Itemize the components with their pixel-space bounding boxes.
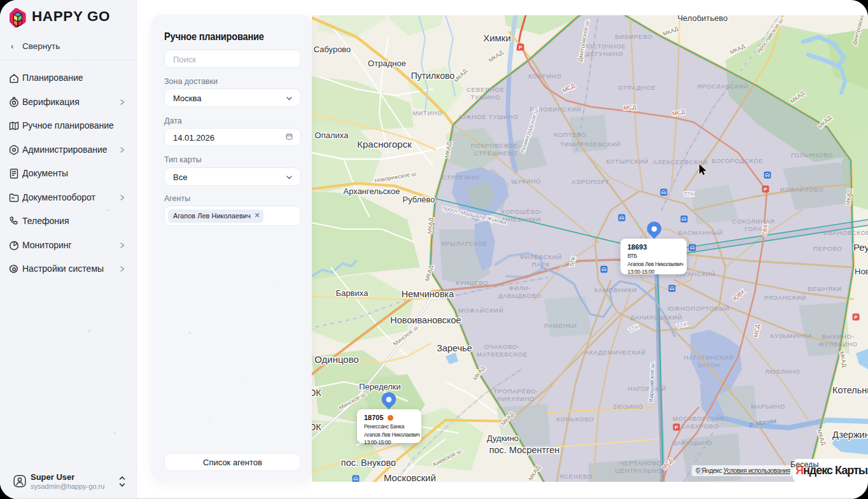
svg-text:Заречье: Заречье	[437, 343, 472, 353]
svg-text:НИКУЛИНО: НИКУЛИНО	[497, 395, 535, 402]
svg-text:ЩУКИНО: ЩУКИНО	[512, 178, 542, 185]
svg-text:Архангельское: Архангельское	[344, 186, 400, 196]
svg-text:МАРЬИНО: МАРЬИНО	[751, 403, 785, 410]
svg-text:Красногорск: Красногорск	[357, 139, 412, 150]
svg-text:ЯСЕНЕВО: ЯСЕНЕВО	[559, 473, 593, 480]
svg-text:ЗЮЗИНО: ЗЮЗИНО	[613, 403, 643, 410]
svg-text:ГОЛЬЯНОВО: ГОЛЬЯНОВО	[791, 151, 833, 158]
svg-text:ЮЖНОПОРТОВЫЙ: ЮЖНОПОРТОВЫЙ	[668, 305, 729, 312]
svg-text:МНЁВНИКИ: МНЁВНИКИ	[503, 216, 541, 223]
svg-text:Барвиха: Барвиха	[336, 288, 369, 298]
svg-text:СТРОГИНО: СТРОГИНО	[442, 174, 479, 181]
svg-text:ОК: ОК	[312, 388, 321, 398]
svg-text:пос. Внуково: пос. Внуково	[341, 458, 396, 468]
svg-text:НАГАТИНСКИЙ: НАГАТИНСКИЙ	[684, 354, 734, 361]
svg-text:МОЖАЙСКИЙ: МОЖАЙСКИЙ	[459, 307, 504, 314]
svg-text:МИТИНО: МИТИНО	[413, 109, 443, 116]
svg-text:НАГОРНЫЙ: НАГОРНЫЙ	[628, 385, 667, 392]
svg-text:ВОСТОЧНОЕ: ВОСТОЧНОЕ	[583, 43, 626, 50]
svg-text:Опалиха: Опалиха	[315, 130, 349, 140]
svg-text:ЦЕНТРАЛЬНОЕ: ЦЕНТРАЛЬНОЕ	[615, 467, 667, 474]
svg-text:ЖУЛЕБИНО: ЖУЛЕБИНО	[818, 341, 858, 348]
svg-text:ТРОПАРЁВО-: ТРОПАРЁВО-	[494, 388, 538, 395]
svg-text:РЯЗАНСКИЙ: РЯЗАНСКИЙ	[764, 294, 806, 301]
svg-text:РАМЕНКИ: РАМЕНКИ	[544, 322, 577, 329]
svg-text:Новоивановское: Новоивановское	[390, 315, 461, 325]
svg-text:ПЕРОВО: ПЕРОВО	[813, 245, 842, 252]
svg-text:ИЗМАЙЛОВО: ИЗМАЙЛОВО	[780, 186, 823, 193]
svg-text:Химки: Химки	[483, 32, 511, 43]
svg-text:Челобитьево: Челобитьево	[677, 15, 727, 23]
svg-text:Р: Р	[519, 45, 522, 50]
svg-text:Путилково: Путилково	[411, 71, 455, 81]
svg-text:Котельники: Котельники	[832, 385, 868, 395]
svg-text:Немчиновка: Немчиновка	[402, 289, 455, 299]
svg-text:ЦАРИЦЫНО: ЦАРИЦЫНО	[672, 439, 712, 446]
svg-text:АКАДЕМИЧЕСКИЙ: АКАДЕМИЧЕСКИЙ	[585, 349, 646, 356]
svg-text:ИВАНОВСКОЕ: ИВАНОВСКОЕ	[823, 229, 868, 236]
svg-text:КОНЬКОВО: КОНЬКОВО	[556, 416, 594, 423]
svg-text:ОТРАДНОЕ: ОТРАДНОЕ	[618, 84, 655, 91]
svg-text:Московский: Московский	[384, 472, 436, 482]
svg-text:Р: Р	[854, 314, 858, 320]
svg-text:МКАД: МКАД	[845, 189, 853, 206]
svg-text:ОЧАКОВО-: ОЧАКОВО-	[484, 343, 520, 350]
svg-text:СТРЕШНЕВО: СТРЕШНЕВО	[474, 150, 517, 157]
svg-text:ХОРОШЁВО-: ХОРОШЁВО-	[501, 208, 543, 215]
svg-text:Новокосино: Новокосино	[855, 267, 868, 276]
svg-text:КУНЦЕВО: КУНЦЕВО	[456, 279, 488, 286]
svg-text:ОК: ОК	[312, 422, 321, 432]
svg-text:СОКОЛИНАЯ: СОКОЛИНАЯ	[732, 218, 775, 225]
svg-text:ВЫХИНО-: ВЫХИНО-	[822, 333, 854, 340]
svg-text:СЕВЕРНОЕ: СЕВЕРНОЕ	[466, 86, 505, 93]
svg-text:ТУШИНО: ТУШИНО	[471, 94, 501, 101]
svg-text:ФИЛИ-: ФИЛИ-	[509, 285, 531, 292]
svg-text:Дзержинский: Дзержинский	[832, 430, 868, 440]
svg-text:ДЕГУНИНО: ДЕГУНИНО	[586, 50, 624, 57]
svg-text:ТИМИРЯЗЕВСКИЙ: ТИМИРЯЗЕВСКИЙ	[560, 141, 621, 148]
svg-text:ДАНИЛОВСКИЙ: ДАНИЛОВСКИЙ	[630, 314, 682, 321]
svg-text:ГОРА: ГОРА	[745, 225, 762, 232]
svg-text:БАСМАННЫЙ: БАСМАННЫЙ	[678, 229, 723, 236]
svg-text:БОГОРОДСКОЕ: БОГОРОДСКОЕ	[712, 157, 764, 164]
svg-text:ЛЮБЛИНО: ЛЮБЛИНО	[765, 368, 800, 375]
svg-text:БИБИРЕВО: БИБИРЕВО	[615, 33, 652, 40]
svg-text:Одинцово: Одинцово	[314, 354, 359, 365]
svg-text:ТТК: ТТК	[683, 191, 694, 197]
svg-text:АЭРОПОРТ: АЭРОПОРТ	[571, 178, 609, 185]
svg-text:МСД: МСД	[623, 104, 636, 111]
svg-text:ЮЖНОЕ ТУШИНО: ЮЖНОЕ ТУШИНО	[459, 113, 518, 120]
svg-text:ХАМОВНИКИ: ХАМОВНИКИ	[594, 286, 637, 293]
svg-text:Переделки: Переделки	[359, 382, 401, 391]
svg-text:БУТЫРСКИЙ: БУТЫРСКИЙ	[606, 158, 648, 165]
svg-text:МОСКВОРЕЧЬЕ-: МОСКВОРЕЧЬЕ-	[673, 415, 727, 422]
svg-text:ЗАТОН: ЗАТОН	[697, 362, 720, 369]
svg-text:МАТВЕЕВСКОЕ: МАТВЕЕВСКОЕ	[477, 351, 528, 358]
svg-text:ЧЕРТАНОВО: ЧЕРТАНОВО	[620, 460, 662, 467]
svg-text:пос. Мосрентген: пос. Мосрентген	[489, 445, 560, 455]
svg-text:ПОКРОВСКОЕ-: ПОКРОВСКОЕ-	[471, 142, 521, 149]
svg-text:Р: Р	[764, 186, 767, 192]
svg-text:ПАРК: ПАРК	[532, 261, 550, 268]
svg-text:САБУРОВО: САБУРОВО	[682, 423, 719, 430]
svg-text:Сабурово: Сабурово	[314, 45, 351, 54]
svg-text:Реутов: Реутов	[853, 242, 868, 253]
svg-text:ДАВЫДКОВО: ДАВЫДКОВО	[498, 292, 542, 299]
svg-text:ФИЛЁВСКИЙ: ФИЛЁВСКИЙ	[520, 253, 562, 260]
svg-text:ЯРОСЛАВСКИЙ: ЯРОСЛАВСКИЙ	[697, 83, 748, 90]
svg-text:КРЫЛАТСКОЕ: КРЫЛАТСКОЕ	[442, 240, 488, 247]
svg-text:Отрадное: Отрадное	[368, 59, 406, 68]
svg-text:КУЗЬМИНКИ: КУЗЬМИНКИ	[771, 332, 812, 339]
svg-text:Р: Р	[675, 425, 678, 430]
svg-text:ВЕШНЯКИ: ВЕШНЯКИ	[808, 285, 842, 292]
svg-text:КОПТЕВО: КОПТЕВО	[554, 131, 586, 138]
svg-text:ХОВРИНО: ХОВРИНО	[528, 73, 561, 80]
svg-text:Дудкино: Дудкино	[487, 433, 519, 443]
svg-text:Рублёво: Рублёво	[403, 195, 435, 204]
